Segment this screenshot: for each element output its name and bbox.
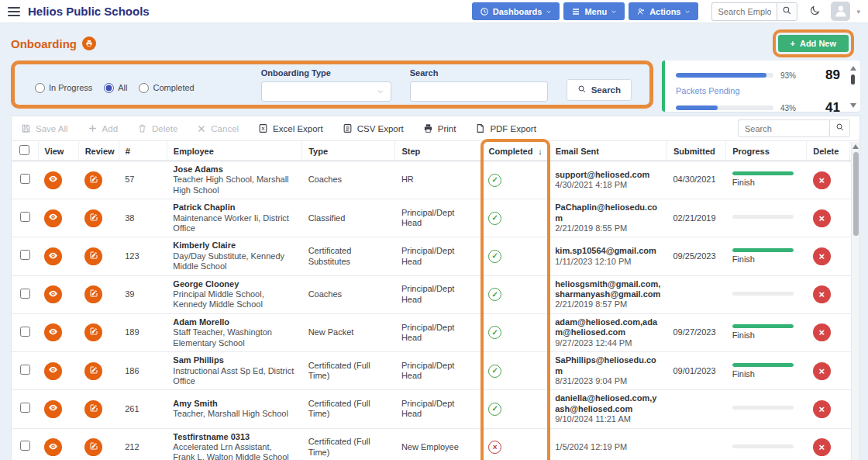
delete-row-button[interactable]: × xyxy=(813,247,831,265)
progress-cell: Finish xyxy=(726,313,807,351)
delete-row-button[interactable]: × xyxy=(813,209,831,227)
add-new-button[interactable]: + Add New xyxy=(778,35,849,52)
row-checkbox[interactable] xyxy=(20,250,30,260)
column-header-review[interactable]: Review xyxy=(78,141,119,161)
delete-row-button[interactable]: × xyxy=(813,362,831,380)
column-header-employee[interactable]: Employee xyxy=(167,141,301,161)
delete-row-button[interactable]: × xyxy=(813,285,831,303)
filter-search-button[interactable]: Search xyxy=(567,79,632,101)
row-checkbox[interactable] xyxy=(20,365,30,375)
column-header-progress[interactable]: Progress xyxy=(726,141,807,161)
filter-search-input[interactable] xyxy=(410,81,548,102)
row-checkbox[interactable] xyxy=(20,441,30,451)
view-button[interactable] xyxy=(44,323,62,341)
row-checkbox[interactable] xyxy=(20,403,30,413)
chevron-down-icon xyxy=(377,85,384,99)
view-button[interactable] xyxy=(44,247,62,265)
row-checkbox[interactable] xyxy=(20,289,30,299)
save-all-button[interactable]: Save All xyxy=(21,123,68,133)
radio-in-progress[interactable]: In Progress xyxy=(35,83,92,93)
scroll-up-icon[interactable] xyxy=(850,66,856,71)
edit-pencil-icon xyxy=(89,251,98,262)
review-button[interactable] xyxy=(84,362,102,380)
type-cell: Certificated (Full Time) xyxy=(302,352,395,390)
delete-row-button[interactable]: × xyxy=(813,323,831,341)
progress-cell xyxy=(726,428,807,460)
review-button[interactable] xyxy=(84,209,102,227)
step-cell: New Employee xyxy=(395,428,482,460)
excel-export-button[interactable]: Excel Export xyxy=(258,123,323,133)
employee-search-input[interactable] xyxy=(711,2,777,21)
add-button[interactable]: Add xyxy=(88,123,118,133)
review-button[interactable] xyxy=(84,323,102,341)
csv-export-button[interactable]: CSV Export xyxy=(343,123,404,133)
column-header-number[interactable]: # xyxy=(119,141,167,161)
table-scrollbar[interactable] xyxy=(851,142,859,460)
hamburger-menu-icon[interactable] xyxy=(8,7,20,16)
column-header-view[interactable]: View xyxy=(38,141,78,161)
delete-row-button[interactable]: × xyxy=(813,171,831,189)
stat-row: 43% 41 xyxy=(676,100,840,112)
column-header-step[interactable]: Step xyxy=(395,141,482,161)
edit-pencil-icon xyxy=(89,327,98,338)
row-checkbox[interactable] xyxy=(20,212,30,222)
save-icon xyxy=(21,123,31,133)
onboarding-type-select[interactable] xyxy=(261,81,391,102)
view-button[interactable] xyxy=(44,285,62,303)
user-avatar[interactable] xyxy=(831,2,850,21)
cancel-button[interactable]: Cancel xyxy=(197,124,239,133)
table-row: 123 Kimberly Claire Day/Day Substitute, … xyxy=(12,237,859,275)
column-header-type[interactable]: Type xyxy=(302,141,395,161)
review-button[interactable] xyxy=(84,247,102,265)
actions-button[interactable]: Actions xyxy=(629,2,698,20)
delete-row-button[interactable]: × xyxy=(813,400,831,418)
delete-button[interactable]: Delete xyxy=(137,123,177,133)
pdf-export-button[interactable]: PDF Export xyxy=(475,123,536,133)
table-row: 39 George Clooney Principal Middle Schoo… xyxy=(12,275,859,313)
employee-search-button[interactable] xyxy=(777,2,797,21)
view-button[interactable] xyxy=(44,209,62,227)
review-button[interactable] xyxy=(84,438,102,456)
column-header-submitted[interactable]: Submitted xyxy=(667,141,726,161)
view-button[interactable] xyxy=(44,400,62,418)
print-badge[interactable] xyxy=(82,36,96,50)
employee-cell: Patrick Chaplin Maintenance Worker Ii, D… xyxy=(167,199,301,237)
scroll-up-icon[interactable] xyxy=(852,144,859,149)
view-button[interactable] xyxy=(44,438,62,456)
stat-value: 89 xyxy=(825,67,840,83)
grid-search-button[interactable] xyxy=(829,119,850,137)
avatar-caret-icon[interactable]: ▾ xyxy=(856,8,860,16)
review-button[interactable] xyxy=(84,285,102,303)
radio-all[interactable]: All xyxy=(104,83,127,93)
employee-description: Principal Middle School, Kennedy Middle … xyxy=(173,289,295,310)
dashboards-button[interactable]: Dashboards xyxy=(472,2,560,20)
row-checkbox[interactable] xyxy=(20,174,30,184)
view-button[interactable] xyxy=(44,171,62,189)
view-button[interactable] xyxy=(44,362,62,380)
email-address: SaPhillips@heliosedu.com xyxy=(555,355,660,376)
row-checkbox[interactable] xyxy=(20,327,30,337)
column-header-delete[interactable]: Delete xyxy=(807,141,850,161)
review-button[interactable] xyxy=(84,400,102,418)
grid-search-input[interactable] xyxy=(738,119,829,137)
employee-cell: Adam Morello Staff Teacher, Washington E… xyxy=(167,313,301,351)
table-row: 212 Testfirstname 0313 Accelerated Lrn A… xyxy=(12,428,859,460)
menu-button[interactable]: Menu xyxy=(563,2,625,20)
radio-completed[interactable]: Completed xyxy=(139,83,194,93)
step-cell: Principal/Dept Head xyxy=(395,199,482,237)
column-header-email-sent[interactable]: Email Sent xyxy=(549,141,666,161)
employee-number: 57 xyxy=(119,161,167,199)
dark-mode-toggle[interactable] xyxy=(809,5,821,19)
column-header-completed[interactable]: Completed ↓ xyxy=(482,141,549,161)
stats-scrollbar[interactable] xyxy=(849,66,856,108)
select-all-checkbox[interactable] xyxy=(19,145,29,155)
filter-search-label: Search xyxy=(410,68,548,78)
submitted-cell xyxy=(667,390,726,428)
sort-desc-icon[interactable]: ↓ xyxy=(538,147,542,156)
grid-toolbar: Save All Add Delete Cancel Excel Export … xyxy=(12,116,859,141)
moon-icon xyxy=(809,5,821,19)
delete-row-button[interactable]: × xyxy=(813,438,831,456)
print-button[interactable]: Print xyxy=(423,123,456,133)
review-button[interactable] xyxy=(84,171,102,189)
scroll-down-icon[interactable] xyxy=(850,103,856,108)
